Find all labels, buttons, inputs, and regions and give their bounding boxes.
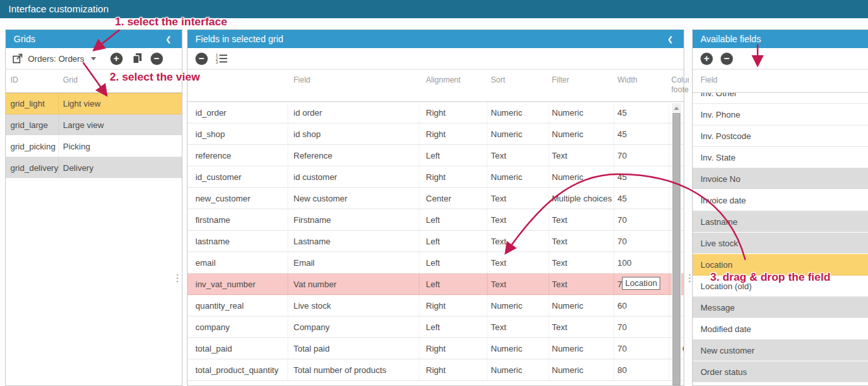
add-available-field-button[interactable]: +: [701, 53, 713, 65]
field-row-field: Firstname: [288, 209, 419, 230]
splitter-handle-left[interactable]: ⋮: [173, 270, 178, 287]
external-link-icon[interactable]: [12, 53, 23, 64]
field-row[interactable]: referenceReferenceLeftTextText70: [188, 145, 684, 166]
fields-vertical-scrollbar[interactable]: [672, 103, 681, 385]
field-row-width: 45: [614, 166, 669, 187]
annotation-step2: 2. select the view: [110, 71, 200, 84]
field-row[interactable]: firstnameFirstnameLeftTextText70: [188, 209, 684, 231]
available-field-row[interactable]: Live stock: [693, 233, 868, 254]
field-row-name: total_paid: [188, 338, 288, 359]
field-row-field: id order: [288, 102, 419, 123]
available-field-row[interactable]: New customer: [693, 340, 868, 361]
available-field-row[interactable]: Inv. Other: [693, 93, 868, 104]
available-field-row[interactable]: Inv. Postcode: [693, 125, 868, 147]
grid-row-name: Large view: [59, 114, 182, 135]
collapse-left-icon[interactable]: ❮: [166, 30, 171, 48]
grid-row-name: Picking: [59, 136, 182, 157]
column-header-width[interactable]: Width: [614, 75, 669, 101]
field-row-name: new_customer: [188, 188, 288, 209]
splitter-handle-right[interactable]: ⋮: [685, 270, 690, 287]
scrollbar-thumb[interactable]: [673, 113, 680, 385]
grid-row-name: Light view: [59, 94, 182, 114]
field-row-sort: Text: [488, 188, 549, 209]
field-row-filter: Text: [549, 231, 614, 251]
available-field-row[interactable]: Invoice No: [693, 168, 868, 190]
grid-row[interactable]: grid_largeLarge view: [6, 114, 182, 136]
numbered-list-icon[interactable]: 1 2 3: [216, 53, 228, 64]
column-header-name[interactable]: [188, 75, 288, 101]
field-row-alignment: Center: [419, 188, 488, 209]
field-row-field: Email: [288, 252, 419, 273]
field-row-alignment: Left: [419, 274, 488, 294]
field-row[interactable]: inv_vat_numberVat numberLeftTextText70: [188, 274, 684, 295]
available-field-row[interactable]: Inv. Phone: [693, 104, 868, 125]
field-row[interactable]: lastnameLastnameLeftTextText70: [188, 231, 684, 252]
fields-row-list: id_orderid orderRightNumericNumeric45id_…: [188, 102, 684, 381]
grid-row-id: grid_large: [6, 114, 59, 135]
available-field-row[interactable]: Inv. State: [693, 147, 868, 168]
field-row-width: 70: [614, 209, 669, 230]
field-row-filter: Text: [549, 316, 614, 337]
field-row-alignment: Right: [419, 295, 488, 316]
field-row-width: 45: [614, 102, 669, 123]
field-row[interactable]: quantity_realLive stockRightNumericNumer…: [188, 295, 684, 316]
field-row-field: Total paid: [288, 338, 419, 359]
available-field-row[interactable]: Order status: [693, 361, 868, 383]
field-row-sort: Numeric: [488, 166, 549, 187]
column-header-column-footer[interactable]: Column footer: [669, 75, 689, 101]
field-row[interactable]: new_customerNew customerCenterTextMultip…: [188, 188, 684, 209]
column-header-available-field[interactable]: Field: [701, 75, 868, 84]
column-header-alignment[interactable]: Alignment: [419, 75, 488, 101]
field-row-filter: Numeric: [549, 102, 614, 123]
column-header-id[interactable]: ID: [6, 75, 59, 92]
column-header-sort[interactable]: Sort: [488, 75, 549, 101]
field-row[interactable]: total_product_quantityTotal number of pr…: [188, 359, 684, 381]
interface-view-selector[interactable]: Orders: Orders: [28, 54, 96, 64]
available-field-row[interactable]: Lastname: [693, 211, 868, 233]
remove-field-button[interactable]: −: [195, 53, 208, 65]
remove-grid-button[interactable]: −: [151, 53, 163, 65]
field-row-alignment: Right: [419, 338, 488, 359]
field-row-name: lastname: [188, 231, 288, 251]
field-row-width: 100: [614, 252, 669, 273]
copy-grid-button[interactable]: [132, 53, 143, 64]
field-row[interactable]: id_orderid orderRightNumericNumeric45: [188, 102, 684, 123]
field-row-sort: Text: [488, 274, 549, 294]
available-fields-panel: Available fields + − Field Inv. OtherInv…: [692, 29, 868, 386]
field-row[interactable]: id_customerid customerRightNumericNumeri…: [188, 166, 684, 188]
field-row-sort: Numeric: [488, 102, 549, 123]
available-panel-header: Available fields: [693, 30, 868, 48]
field-row[interactable]: id_shopid shopRightNumericNumeric45: [188, 123, 684, 145]
grid-row[interactable]: grid_lightLight view: [6, 93, 182, 114]
grid-row-id: grid_picking: [6, 136, 59, 157]
field-row-width: 60: [614, 295, 669, 316]
collapse-middle-icon[interactable]: ❮: [667, 30, 673, 48]
grid-row[interactable]: grid_pickingPicking: [6, 136, 182, 157]
field-row-sort: Text: [488, 231, 549, 251]
remove-available-field-button[interactable]: −: [721, 53, 733, 65]
field-row-field: Vat number: [288, 274, 419, 294]
available-column-headers: Field: [693, 70, 868, 93]
available-field-row[interactable]: Modified date: [693, 318, 868, 340]
column-header-filter[interactable]: Filter: [549, 75, 614, 101]
grid-row[interactable]: grid_deliveryDelivery: [6, 157, 182, 179]
field-row-filter: Numeric: [549, 166, 614, 187]
column-header-field[interactable]: Field: [288, 75, 419, 101]
add-grid-button[interactable]: +: [110, 53, 123, 65]
annotation-step1: 1. select the interface: [115, 16, 227, 29]
field-row-filter: Numeric: [549, 338, 614, 359]
field-row[interactable]: total_paidTotal paidRightNumericNumeric7…: [188, 338, 684, 359]
scroll-up-button[interactable]: [672, 103, 681, 112]
field-row-field: id customer: [288, 166, 419, 187]
grids-panel-header: Grids ❮: [6, 30, 182, 48]
field-row-sort: Numeric: [488, 123, 549, 144]
field-row[interactable]: emailEmailLeftTextText100: [188, 252, 684, 274]
field-row-name: reference: [188, 145, 288, 166]
field-row[interactable]: companyCompanyLeftTextText70: [188, 316, 684, 338]
field-row-name: email: [188, 252, 288, 273]
available-field-row[interactable]: Invoice date: [693, 190, 868, 211]
available-field-row[interactable]: Message: [693, 297, 868, 318]
field-row-width: 45: [614, 188, 669, 209]
field-row-alignment: Left: [419, 145, 488, 166]
field-row-name: inv_vat_number: [188, 274, 288, 294]
